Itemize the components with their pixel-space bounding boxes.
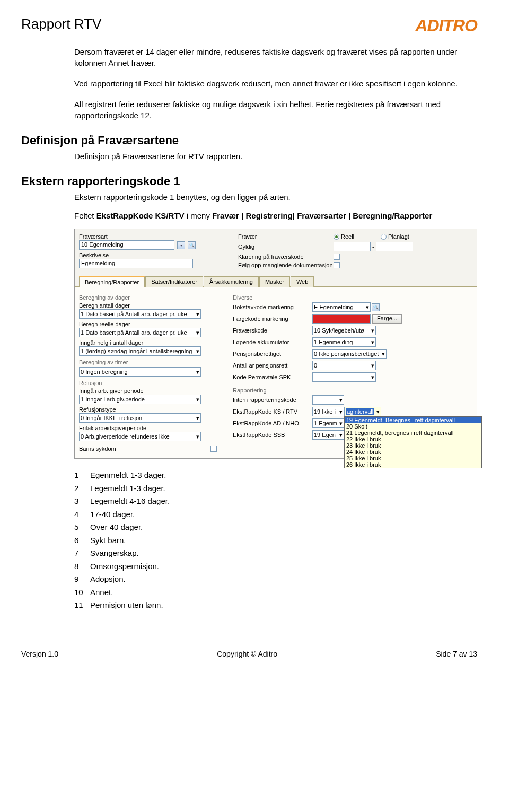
section-heading: Definisjon på Fraværsartene xyxy=(21,134,477,147)
dropdown-list[interactable]: 19 Egenmeldt. Beregnes i rett daginterva… xyxy=(344,416,482,468)
list-text: Svangerskap. xyxy=(90,547,139,560)
gyldig-from-input[interactable] xyxy=(334,242,371,251)
label: Gyldig xyxy=(238,243,334,250)
list-text: Legemeldt 4-16 dager. xyxy=(90,495,170,508)
ad-nho-select[interactable]: 1 Egenm▾ xyxy=(312,418,344,428)
color-swatch xyxy=(312,314,371,324)
search-icon[interactable]: 🔍 xyxy=(372,303,380,311)
dropdown-item[interactable]: 20 Skolt xyxy=(345,423,481,430)
beregn-antall-select[interactable]: 1 Dato basert på Antall arb. dager pr. u… xyxy=(79,309,201,319)
list-num: 1 xyxy=(74,469,90,482)
dropdown-item[interactable]: 19 Egenmeldt. Beregnes i rett daginterva… xyxy=(345,417,481,423)
ks-rtv-open-select[interactable]: agintervall▾ xyxy=(344,407,381,416)
label: EkstRappKode KS / RTV xyxy=(233,408,312,415)
list-text: 17-40 dager. xyxy=(90,509,135,521)
form-screenshot: Fraværsart 10 Egenmelding ▾ 🔍 Beskrivels… xyxy=(74,229,477,459)
fravaerskode-select[interactable]: 10 Syk/legebeh/utø▾ xyxy=(312,326,376,335)
label: EkstRappKode AD / NHO xyxy=(233,420,312,426)
label: Beregn antall dager xyxy=(79,302,217,309)
tab-beregning[interactable]: Beregning/Rapporter xyxy=(79,276,145,287)
group-label: Rapportering xyxy=(233,387,472,394)
text: Feltet xyxy=(74,211,96,220)
farge-button[interactable]: Farge... xyxy=(372,314,402,324)
list-text: Egenmeldt 1-3 dager. xyxy=(90,469,166,482)
list-num: 2 xyxy=(74,483,90,495)
dropdown-item[interactable]: 22 Ikke i bruk xyxy=(345,436,481,442)
helg-select[interactable]: 1 (lørdag) søndag inngår i antallsberegn… xyxy=(79,346,201,356)
pensjonsrett-select[interactable]: 0▾ xyxy=(312,361,376,370)
dropdown-item[interactable]: 26 Ikke i bruk xyxy=(345,461,481,468)
label: Beskrivelse xyxy=(79,252,217,258)
list-text: Omsorgspermisjon. xyxy=(90,561,159,573)
list-num: 8 xyxy=(74,561,90,573)
spk-select[interactable]: ▾ xyxy=(312,372,376,382)
list-text: Sykt barn. xyxy=(90,535,126,547)
dropdown-item[interactable]: 21 Legemeldt, beregnes i rett daginterva… xyxy=(345,430,481,436)
text-bold: Fravær | Registrering| Fraværsarter | Be… xyxy=(212,211,432,220)
beregn-reelle-select[interactable]: 1 Dato basert på Antall arb. dager pr. u… xyxy=(79,328,201,337)
akkumulator-select[interactable]: 1 Egenmelding▾ xyxy=(312,337,376,347)
paragraph: Ved rapportering til Excel blir faktiske… xyxy=(74,78,477,89)
list-num: 6 xyxy=(74,535,90,547)
group-label: Diverse xyxy=(233,294,472,301)
folgopp-checkbox[interactable] xyxy=(334,262,340,268)
pensjon-select[interactable]: 0 Ikke pensjonsberettiget▾ xyxy=(312,349,387,359)
gyldig-to-input[interactable] xyxy=(376,242,413,251)
dropdown-item[interactable]: 24 Ikke i bruk xyxy=(345,449,481,455)
dropdown-item[interactable]: 23 Ikke i bruk xyxy=(345,442,481,449)
tab-satser[interactable]: Satser/Indikatorer xyxy=(145,276,203,287)
tab-bar: Beregning/Rapporter Satser/Indikatorer Å… xyxy=(75,276,477,287)
label: Inngår helg i antall dager xyxy=(79,339,217,346)
klarering-checkbox[interactable] xyxy=(334,254,340,260)
reell-radio[interactable] xyxy=(334,234,339,240)
tab-web[interactable]: Web xyxy=(291,276,314,287)
ks-rtv-select[interactable]: 19 Ikke i▾ xyxy=(312,407,344,416)
text-bold: EkstRappKode KS/RTV xyxy=(96,211,185,220)
refusjon-select[interactable]: 0 Inngår IKKE i refusjon▾ xyxy=(79,413,201,423)
dropdown-item[interactable]: 25 Ikke i bruk xyxy=(345,455,481,461)
fravaersart-input[interactable]: 10 Egenmelding xyxy=(79,240,174,250)
dropdown-icon[interactable]: ▾ xyxy=(177,241,185,249)
search-icon[interactable]: 🔍 xyxy=(188,241,196,249)
label: Barns sykdom xyxy=(79,446,116,452)
list-num: 5 xyxy=(74,521,90,534)
arbgiver-select[interactable]: 1 Inngår i arb.giv.periode▾ xyxy=(79,395,201,404)
paragraph: Ekstern rapporteringskode 1 benyttes, og… xyxy=(74,191,477,203)
list-num: 4 xyxy=(74,509,90,521)
list-num: 9 xyxy=(74,573,90,586)
paragraph: All registrert ferie reduserer faktiske … xyxy=(74,99,477,121)
label: EkstRappKode SSB xyxy=(233,432,312,438)
label: Pensjonsberettiget xyxy=(233,351,312,357)
tab-arsakk[interactable]: Årsakkumulering xyxy=(204,276,259,287)
tab-masker[interactable]: Masker xyxy=(259,276,290,287)
code-list: 1Egenmeldt 1-3 dager. 2Legemeldt 1-3 dag… xyxy=(74,469,477,612)
bokstavkode-select[interactable]: E Egenmelding▾ xyxy=(312,302,371,312)
page-title: Rapport RTV xyxy=(21,16,101,32)
beskrivelse-input[interactable]: Egenmelding xyxy=(79,259,193,268)
list-num: 10 xyxy=(74,587,90,599)
label: Løpende akkumulator xyxy=(233,339,312,345)
list-text: Adopsjon. xyxy=(90,573,126,586)
text: i meny xyxy=(185,211,213,220)
barns-sykdom-checkbox[interactable] xyxy=(210,446,217,452)
logo: ADITRO xyxy=(415,16,477,36)
ssb-select[interactable]: 19 Egen▾ xyxy=(312,430,344,440)
timer-select[interactable]: 0 Ingen beregning▾ xyxy=(79,367,201,377)
label: Følg opp manglende dokumentasjon xyxy=(238,262,334,268)
planlagt-radio[interactable] xyxy=(381,234,387,240)
list-num: 3 xyxy=(74,495,90,508)
group-label: Refusjon xyxy=(79,380,217,386)
fritak-select[interactable]: 0 Arb.giverperiode refunderes ikke▾ xyxy=(79,432,201,441)
label: Fargekode markering xyxy=(233,316,312,322)
label: Reell xyxy=(341,233,354,240)
label: Kode Permavtale SPK xyxy=(233,374,312,380)
group-label: Beregning av timer xyxy=(79,359,217,365)
label: Intern rapporteringskode xyxy=(233,397,312,403)
label: Klarering på fraværskode xyxy=(238,254,334,260)
label: Fritak arbeidsgiverperiode xyxy=(79,425,217,431)
footer-page: Side 7 av 13 xyxy=(436,650,477,658)
label: Bokstavkode markering xyxy=(233,304,312,310)
label: Antall år pensjonsrett xyxy=(233,362,312,369)
intern-select[interactable]: ▾ xyxy=(312,395,344,405)
list-num: 7 xyxy=(74,547,90,560)
